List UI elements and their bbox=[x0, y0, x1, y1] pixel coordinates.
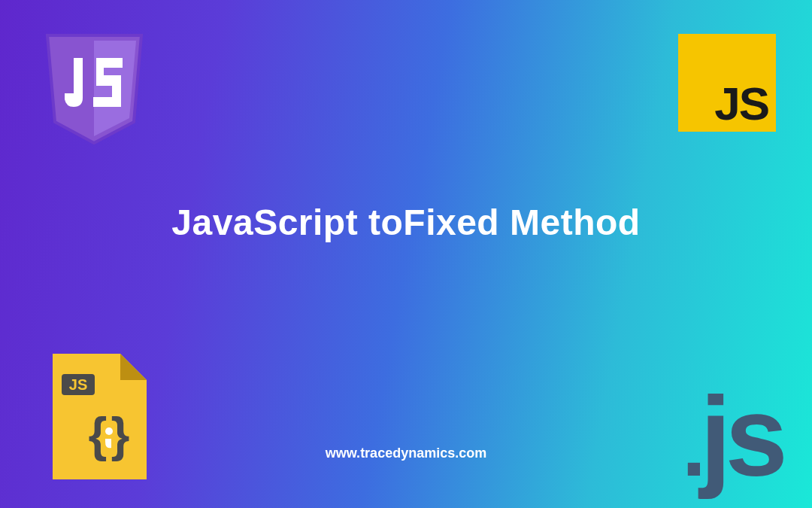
banner-canvas: JS JavaScript toFixed Method JS { } .js … bbox=[0, 0, 812, 508]
js-logo-text: JS bbox=[714, 77, 768, 130]
svg-point-4 bbox=[105, 427, 113, 435]
site-url: www.tracedynamics.com bbox=[326, 446, 486, 461]
dotjs-icon: .js bbox=[682, 380, 782, 493]
svg-text:}: } bbox=[111, 408, 130, 462]
svg-text:{: { bbox=[89, 408, 108, 462]
dotjs-text: js bbox=[700, 373, 782, 500]
js-shield-icon bbox=[44, 32, 145, 144]
svg-text:JS: JS bbox=[69, 376, 87, 393]
js-logo-icon: JS bbox=[678, 34, 776, 132]
page-title: JavaScript toFixed Method bbox=[0, 202, 812, 243]
js-file-icon: JS { } bbox=[45, 350, 150, 485]
dotjs-dot: . bbox=[682, 397, 700, 494]
